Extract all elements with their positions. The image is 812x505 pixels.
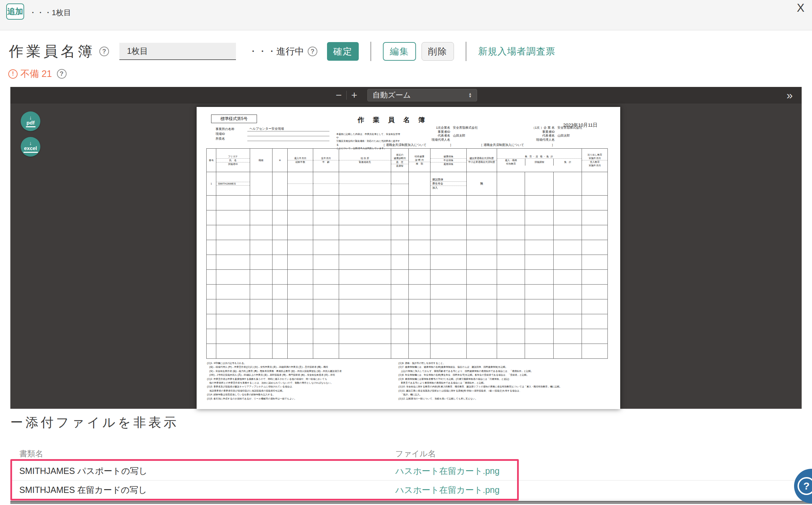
company-value: 安全書類株式会社 bbox=[450, 126, 478, 130]
h-special-type: 種 類 bbox=[409, 162, 430, 166]
h-exp-years: 経験年数 bbox=[288, 160, 313, 164]
table-row-empty bbox=[207, 344, 608, 359]
cell-worker-id bbox=[216, 185, 250, 186]
document-page: 標準様式第5号 作 業 員 名 簿 2023年10月11日 事業所の名称ヘルプセ… bbox=[197, 107, 620, 409]
h-address: 現 住 所 bbox=[339, 157, 391, 160]
h-checkup: 最近の 健康診断日 bbox=[391, 153, 408, 160]
status-text: ・・・進行中 bbox=[248, 45, 304, 58]
zoom-level-value: 自動ズーム bbox=[373, 90, 468, 100]
agent-label: 現場代理人名 bbox=[479, 138, 555, 142]
attachment-row: SMITHJAMES パスポートの写し ハスホート在留カート.png bbox=[10, 462, 802, 481]
h-emergency: 緊急連絡先 bbox=[339, 160, 391, 164]
zoom-level-select[interactable]: 自動ズーム ▲▼ bbox=[367, 89, 477, 101]
status-help-icon[interactable]: ? bbox=[308, 47, 317, 56]
document-title: 作 業 員 名 簿 bbox=[197, 116, 587, 125]
zoom-controls: − + 自動ズーム ▲▼ bbox=[331, 87, 477, 103]
table-row-empty bbox=[207, 299, 608, 314]
select-arrows-icon: ▲▼ bbox=[468, 92, 472, 98]
table-row-worker-1: 1 SMITHJAMES 建設国保 bbox=[207, 172, 608, 196]
title-help-icon[interactable]: ? bbox=[99, 47, 109, 56]
download-pdf-button[interactable]: ↓ pdf bbox=[21, 111, 40, 131]
cell-insurance: 建設国保 厚生年金 加入 bbox=[430, 172, 466, 196]
cell-edu-special bbox=[497, 172, 525, 196]
table-row-empty bbox=[207, 225, 608, 240]
h-edu-license: 免 許 bbox=[553, 159, 582, 166]
office-block: 事業所の名称ヘルプセンター安全現場 現場ID 所長名 bbox=[216, 127, 329, 141]
retirement-line: ［ 退職金共済制度加入について］ bbox=[479, 143, 555, 147]
h-special-checkup: 特殊健康 診 断 日 bbox=[409, 155, 430, 162]
defect-help-icon[interactable]: ? bbox=[57, 69, 67, 79]
cell-kyosai: 無 bbox=[466, 172, 497, 196]
table-row-empty bbox=[207, 270, 608, 285]
retirement-open: ［ 退職金共済制度加入について bbox=[382, 143, 426, 147]
table-row-empty bbox=[207, 285, 608, 299]
cell-special bbox=[409, 172, 430, 196]
cell-job bbox=[250, 172, 272, 196]
attachment-file-link[interactable]: ハスホート在留カート.png bbox=[395, 465, 499, 477]
page-name-input[interactable] bbox=[119, 43, 236, 60]
retirement-close: ］ bbox=[552, 143, 555, 147]
download-excel-button[interactable]: ↓ excel bbox=[21, 137, 40, 157]
divider bbox=[466, 42, 466, 61]
confirm-button[interactable]: 確定 bbox=[327, 42, 359, 61]
site-id-value bbox=[247, 136, 329, 136]
defect-row: ! 不備 21 ? bbox=[8, 68, 67, 80]
zoom-in-button[interactable]: + bbox=[347, 90, 362, 100]
h-hire-date: 雇入年月日 bbox=[288, 157, 313, 160]
manager-label: 所長名 bbox=[216, 137, 247, 141]
delete-button[interactable]: 削除 bbox=[422, 42, 454, 61]
cell-address bbox=[339, 172, 391, 196]
document-notes-right: (注)6. 資格・免許等の写しを添付すること。 (注)7. 健康保険欄には、健康… bbox=[398, 361, 611, 400]
top-bar: 追加 ・・・1枚目 X bbox=[0, 0, 812, 30]
underline bbox=[23, 152, 38, 153]
attachments-toggle[interactable]: ー添付ファイルを非表示 bbox=[10, 414, 179, 431]
h-furigana: フリガナ bbox=[216, 155, 250, 158]
retirement-open: ［ 退職金共済制度加入について bbox=[479, 143, 524, 147]
cell-worker-name: SMITHJAMES bbox=[216, 182, 250, 185]
attachment-doc-name: SMITHJAMES 在留カードの写し bbox=[10, 484, 147, 496]
title-row: 作業員名簿 ? ・・・進行中 ? 確定 編集 削除 新規入場者調査票 bbox=[9, 39, 555, 64]
attachment-file-link[interactable]: ハスホート在留カート.png bbox=[395, 484, 499, 496]
file-name-column-header: ファイル名 bbox=[395, 448, 436, 459]
col-hire: 雇入年月日 経験年数 bbox=[287, 149, 313, 172]
col-birth: 生年月日 年 齢 bbox=[313, 149, 339, 172]
h-blood-type: 血液型 bbox=[391, 164, 408, 168]
attachment-doc-name: SMITHJAMES パスポートの写し bbox=[10, 465, 148, 477]
h-health-ins: 健康保険 bbox=[430, 155, 466, 158]
horizontal-scrollbar[interactable] bbox=[10, 501, 812, 504]
page-title: 作業員名簿 bbox=[9, 42, 95, 61]
defect-count-label[interactable]: 不備 21 bbox=[20, 68, 52, 80]
col-education-group: 教 育・資 格・免 許 雇入・職長 特別教育 技能講習 免 許 bbox=[497, 149, 582, 172]
company-block-primary: 1次企業名安全書類株式会社 事業者ID 代表者名山田太郎 現場代理人名 ［ 退職… bbox=[382, 126, 485, 147]
expand-sidebar-icon[interactable]: » bbox=[786, 89, 793, 102]
zoom-out-button[interactable]: − bbox=[331, 90, 346, 100]
doc-table-body: 1 SMITHJAMES 建設国保 bbox=[207, 172, 608, 359]
add-button[interactable]: 追加 bbox=[6, 3, 24, 20]
cell-mark bbox=[272, 172, 287, 196]
worker-roster-table: 番号 フリガナ 氏 名 技能者ID 職種 ※ 雇入年月日 経験年数 生年月日 bbox=[206, 148, 608, 359]
pdf-label: pdf bbox=[27, 120, 34, 126]
col-name: フリガナ 氏 名 技能者ID bbox=[216, 149, 250, 172]
cell-entry-edu bbox=[582, 172, 608, 196]
doc-name-column-header: 書類名 bbox=[19, 448, 43, 459]
cell-employment: 加入 bbox=[430, 186, 466, 190]
edit-button[interactable]: 編集 bbox=[383, 42, 416, 61]
table-row-empty bbox=[207, 314, 608, 329]
cell-health-ins: 建設国保 bbox=[430, 178, 466, 181]
table-row-empty bbox=[207, 196, 608, 210]
retirement-close: ］ bbox=[450, 143, 453, 147]
table-row-empty bbox=[207, 255, 608, 270]
new-entrant-survey-link[interactable]: 新規入場者調査票 bbox=[478, 45, 555, 58]
col-address: 現 住 所 緊急連絡先 bbox=[339, 149, 391, 172]
h-employment-ins: 雇用保険 bbox=[430, 162, 466, 166]
alert-icon: ! bbox=[8, 69, 18, 79]
table-header-row: 番号 フリガナ 氏 名 技能者ID 職種 ※ 雇入年月日 経験年数 生年月日 bbox=[207, 149, 608, 172]
company-block-secondary: （1次 ）企 業 名安全書類株式会社 事業者ID 代表者名山田太郎 現場代理人名… bbox=[479, 126, 583, 147]
cell-no: 1 bbox=[207, 172, 216, 196]
table-row-empty bbox=[207, 329, 608, 344]
table-row-empty bbox=[207, 240, 608, 255]
retirement-line: ［ 退職金共済制度加入について］ bbox=[382, 143, 453, 147]
col-kyosai: 建設業退職金共済制度 中小企業退職金共済制度 bbox=[466, 149, 497, 172]
page-indicator: ・・・1枚目 bbox=[29, 8, 71, 18]
close-icon[interactable]: X bbox=[797, 1, 804, 14]
